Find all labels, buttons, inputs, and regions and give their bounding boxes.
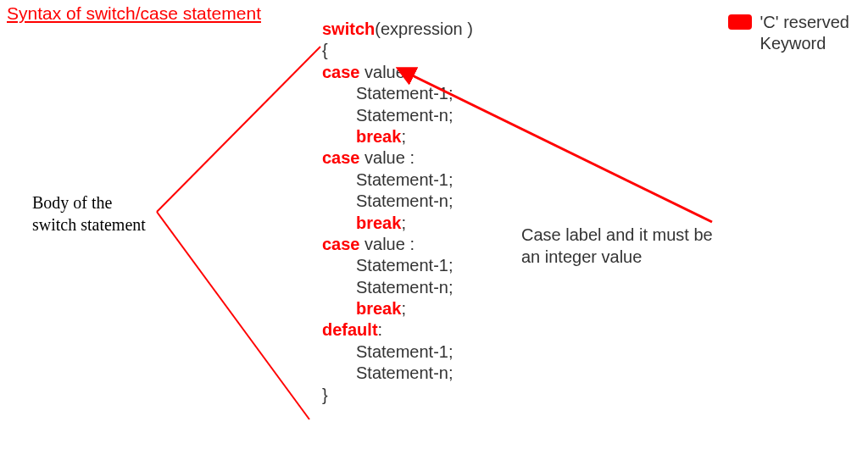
kw-case: case	[322, 235, 360, 253]
kw-switch: switch	[322, 19, 375, 38]
code-line: Statement-n;	[322, 105, 473, 126]
code-line: Statement-n;	[322, 191, 473, 212]
bracket-line-icon	[157, 47, 320, 212]
semi: ;	[401, 214, 406, 232]
body-annotation: Body of the switch statement	[32, 191, 146, 236]
body-annotation-line2: switch statement	[32, 215, 146, 234]
code-line: break;	[322, 298, 473, 319]
stmt: Statement-1;	[356, 256, 453, 275]
kw-default: default	[322, 320, 378, 339]
semi: ;	[401, 299, 406, 318]
stmt: Statement-1;	[356, 170, 453, 189]
bracket-line-icon	[157, 212, 309, 419]
code-line: Statement-1;	[322, 255, 473, 276]
kw-case: case	[322, 63, 360, 81]
case-label-line2: an integer value	[521, 247, 642, 266]
stmt: Statement-1;	[356, 342, 453, 361]
semi: ;	[401, 127, 406, 146]
code-line: case value :	[322, 234, 473, 255]
code-line: case value :	[322, 147, 473, 169]
legend-line2: Keyword	[760, 34, 826, 53]
code-line: switch(expression )	[322, 19, 473, 40]
legend-line1: 'C' reserved	[760, 13, 849, 31]
stmt: Statement-n;	[356, 363, 453, 382]
kw-case: case	[322, 148, 360, 167]
colon: :	[378, 320, 383, 339]
code-line: Statement-1;	[322, 83, 473, 104]
case-value: value	[360, 63, 405, 81]
switch-expression: (expression )	[375, 19, 473, 38]
stmt: Statement-n;	[356, 278, 453, 297]
body-annotation-line1: Body of the	[32, 193, 112, 212]
legend-text: 'C' reserved Keyword	[760, 12, 849, 54]
case-value: value :	[360, 148, 415, 167]
kw-break: break	[356, 299, 401, 318]
code-line: Statement-n;	[322, 363, 473, 384]
kw-break: break	[356, 127, 401, 146]
code-line: {	[322, 40, 473, 61]
code-line: Statement-n;	[322, 277, 473, 298]
legend: 'C' reserved Keyword	[728, 12, 849, 54]
kw-break: break	[356, 214, 401, 232]
stmt: Statement-n;	[356, 191, 453, 210]
code-line: break;	[322, 213, 473, 234]
stmt: Statement-1;	[356, 84, 453, 103]
code-line: default:	[322, 319, 473, 341]
case-value: value :	[360, 235, 415, 253]
code-line: case value	[322, 62, 473, 83]
code-line: }	[322, 385, 473, 406]
legend-swatch-icon	[728, 14, 752, 30]
code-block: switch(expression ) { case value Stateme…	[322, 19, 473, 406]
case-label-annotation: Case label and it must be an integer val…	[521, 224, 713, 268]
diagram-title: Syntax of switch/case statement	[7, 3, 261, 24]
code-line: break;	[322, 126, 473, 147]
stmt: Statement-n;	[356, 106, 453, 125]
code-line: Statement-1;	[322, 169, 473, 191]
case-label-line1: Case label and it must be	[521, 225, 713, 244]
code-line: Statement-1;	[322, 341, 473, 363]
